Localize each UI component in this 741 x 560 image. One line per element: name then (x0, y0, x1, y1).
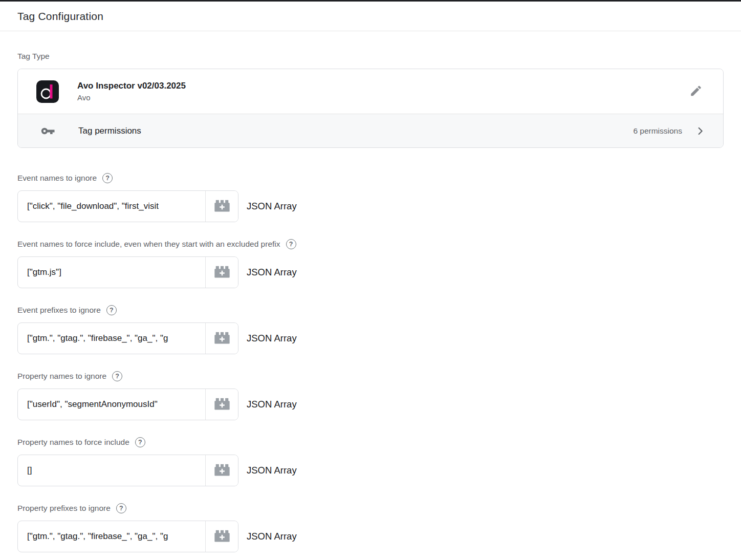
field-type-label: JSON Array (247, 201, 297, 212)
field-input[interactable] (18, 323, 205, 354)
chevron-right-icon (694, 125, 706, 137)
field-label: Event names to force include, even when … (17, 240, 280, 249)
field-label: Event names to ignore (17, 174, 97, 183)
help-question-icon[interactable] (106, 305, 117, 315)
field-input-group (17, 521, 238, 552)
field-input[interactable] (18, 389, 205, 420)
permissions-count: 6 permissions (633, 126, 682, 136)
config-field: Event names to force include, even when … (17, 239, 724, 288)
field-label: Property prefixes to ignore (17, 504, 111, 513)
avo-logo-icon (36, 80, 59, 103)
tag-name: Avo Inspector v02/03.2025 (77, 81, 186, 91)
config-field: Property prefixes to ignore (17, 503, 724, 552)
add-variable-button[interactable] (205, 521, 238, 552)
field-input-group (17, 455, 238, 486)
field-input[interactable] (18, 521, 205, 552)
tag-vendor: Avo (77, 93, 186, 102)
help-question-icon[interactable] (116, 503, 126, 513)
field-input[interactable] (18, 257, 205, 288)
field-type-label: JSON Array (247, 333, 297, 344)
add-variable-button[interactable] (205, 455, 238, 486)
pencil-icon (689, 84, 703, 99)
add-variable-button[interactable] (205, 323, 238, 354)
tag-permissions-label: Tag permissions (78, 126, 141, 136)
config-field: Event prefixes to ignore (17, 305, 724, 354)
tag-permissions-row[interactable]: Tag permissions 6 permissions (18, 114, 723, 147)
add-variable-button[interactable] (205, 257, 238, 288)
add-variable-button[interactable] (205, 389, 238, 420)
help-question-icon[interactable] (286, 239, 296, 249)
page-title: Tag Configuration (17, 10, 724, 23)
field-label: Property names to force include (17, 438, 129, 447)
tag-type-label: Tag Type (17, 52, 724, 61)
field-input-group (17, 389, 238, 420)
help-question-icon[interactable] (135, 437, 145, 447)
field-input-group (17, 322, 238, 354)
field-label: Event prefixes to ignore (17, 306, 101, 315)
variable-brick-icon (214, 463, 230, 478)
variable-brick-icon (214, 199, 230, 214)
help-question-icon[interactable] (112, 371, 122, 381)
field-list: Event names to ignore (17, 173, 724, 552)
field-type-label: JSON Array (247, 267, 297, 278)
page-header: Tag Configuration (0, 2, 741, 31)
variable-brick-icon (214, 331, 230, 346)
help-question-icon[interactable] (102, 173, 113, 183)
field-input-group (17, 256, 238, 288)
key-icon (40, 126, 56, 136)
add-variable-button[interactable] (205, 191, 238, 222)
config-field: Event names to ignore (17, 173, 724, 222)
field-type-label: JSON Array (247, 399, 297, 410)
field-input-group (17, 190, 238, 222)
field-input[interactable] (18, 455, 205, 486)
field-type-label: JSON Array (247, 531, 297, 542)
config-field: Property names to force include (17, 437, 724, 486)
variable-brick-icon (214, 265, 230, 280)
field-type-label: JSON Array (247, 465, 297, 476)
tag-type-card-main: Avo Inspector v02/03.2025 Avo (18, 69, 723, 114)
field-label: Property names to ignore (17, 372, 106, 381)
edit-tag-button[interactable] (685, 80, 707, 103)
variable-brick-icon (214, 397, 230, 412)
field-input[interactable] (18, 191, 205, 222)
config-field: Property names to ignore (17, 371, 724, 420)
tag-type-card: Avo Inspector v02/03.2025 Avo Tag per (17, 69, 724, 148)
variable-brick-icon (214, 529, 230, 544)
